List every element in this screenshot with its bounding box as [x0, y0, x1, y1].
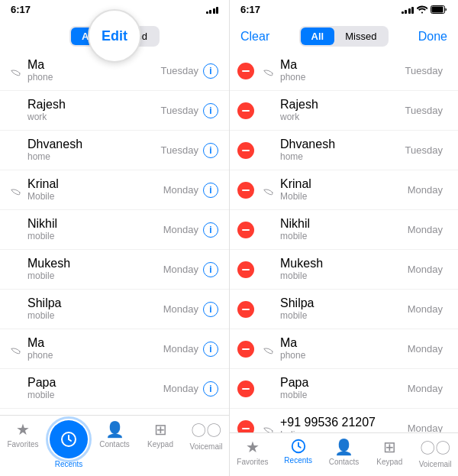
call-type-right-mukesh: mobile — [280, 270, 408, 283]
delete-btn-india[interactable] — [237, 420, 254, 433]
phone-icon-ma-2 — [8, 342, 23, 357]
call-day-krinal: Monday — [163, 184, 198, 196]
phone-icon-right-nikhil — [260, 222, 276, 238]
tab-voicemail-left[interactable]: 〇〇 Voicemail — [183, 420, 229, 468]
delete-btn-mukesh[interactable] — [237, 261, 254, 278]
phone-icon-dhvanesh — [8, 143, 23, 158]
call-name-right-papa: Papa — [280, 375, 408, 390]
delete-btn-nikhil[interactable] — [237, 222, 254, 238]
status-bar-right: 6:17 — [230, 0, 458, 17]
keypad-icon-right: ⊞ — [383, 438, 396, 456]
phone-icon-right-dhvanesh — [260, 143, 276, 158]
call-item-right-shilpa: Shilpa mobile Monday — [230, 290, 458, 329]
call-name-right-india: +91 99536 21207 — [280, 415, 408, 429]
call-item-rajesh: Rajesh work Tuesday i — [0, 91, 229, 131]
call-name-right-ma-2: Ma — [280, 335, 408, 350]
call-item-right-krinal: Krinal Mobile Monday — [230, 170, 458, 210]
call-item-right-ma-2: Ma phone Monday — [230, 329, 458, 369]
info-btn-rajesh[interactable]: i — [203, 103, 218, 118]
info-btn-papa[interactable]: i — [203, 381, 218, 397]
info-btn-mukesh[interactable]: i — [203, 262, 218, 277]
contacts-icon-left: 👤 — [105, 420, 124, 439]
phone-icon-krinal — [8, 183, 23, 198]
call-name-ma-2: Ma — [27, 335, 163, 350]
status-time-left: 6:17 — [11, 4, 31, 15]
phone-icon-nikhil — [8, 222, 23, 238]
call-type-right-shilpa: mobile — [280, 310, 408, 322]
call-info-nikhil: Nikhil mobile — [27, 216, 163, 243]
edit-circle[interactable]: Edit — [88, 9, 141, 63]
done-button[interactable]: Done — [418, 30, 447, 44]
call-day-right-ma-2: Monday — [408, 343, 443, 355]
call-item-shilpa: Shilpa mobile Monday i — [0, 290, 229, 329]
tab-bar-right: ★ Favorites Recents 👤 Contacts ⊞ Keypad … — [230, 432, 458, 476]
tab-favorites-right[interactable]: ★ Favorites — [230, 438, 276, 468]
tab-contacts-left[interactable]: 👤 Contacts — [92, 420, 137, 468]
delete-btn-rajesh[interactable] — [237, 102, 254, 119]
call-list-left: Ma phone Tuesday i Rajesh work Tuesday i… — [0, 51, 229, 415]
call-type-right-nikhil: mobile — [280, 231, 408, 243]
info-btn-shilpa[interactable]: i — [203, 302, 218, 317]
voicemail-label-left: Voicemail — [190, 442, 223, 451]
call-day-right-india: Monday — [408, 423, 443, 432]
call-info-right-rajesh: Rajesh work — [280, 97, 405, 124]
call-type-ma-1: phone — [27, 72, 161, 84]
tab-keypad-left[interactable]: ⊞ Keypad — [137, 420, 183, 468]
phone-icon-rajesh — [8, 103, 23, 118]
call-info-right-papa: Papa mobile — [280, 375, 408, 402]
tab-contacts-right[interactable]: 👤 Contacts — [321, 438, 367, 468]
call-type-papa: mobile — [27, 390, 163, 402]
signal-icon-right — [402, 5, 414, 14]
delete-btn-papa[interactable] — [237, 380, 254, 397]
keypad-label-left: Keypad — [147, 440, 173, 448]
tab-voicemail-right[interactable]: 〇〇 Voicemail — [412, 438, 458, 468]
clock-icon-right — [290, 438, 307, 455]
contacts-label-right: Contacts — [329, 458, 359, 466]
delete-btn-dhvanesh[interactable] — [237, 142, 254, 159]
call-type-nikhil: mobile — [27, 231, 163, 243]
call-name-right-shilpa: Shilpa — [280, 296, 408, 310]
call-name-right-nikhil: Nikhil — [280, 216, 408, 231]
call-name-right-krinal: Krinal — [280, 176, 408, 191]
call-day-right-nikhil: Monday — [408, 224, 443, 235]
call-name-mukesh: Mukesh — [27, 256, 163, 270]
call-day-right-papa: Monday — [408, 383, 443, 394]
info-btn-dhvanesh[interactable]: i — [203, 143, 218, 158]
info-btn-nikhil[interactable]: i — [203, 222, 218, 238]
call-type-right-papa: mobile — [280, 390, 408, 402]
segment-control-right: All Missed — [299, 26, 389, 47]
edit-circle-label[interactable]: Edit — [102, 28, 127, 44]
call-info-papa: Papa mobile — [27, 375, 163, 402]
tab-recents-left[interactable]: Recents — [46, 420, 92, 468]
delete-btn-ma-2[interactable] — [237, 341, 254, 358]
info-btn-ma-2[interactable]: i — [203, 342, 218, 357]
call-info-right-krinal: Krinal Mobile — [280, 176, 408, 203]
missed-tab-right[interactable]: Missed — [334, 28, 387, 45]
delete-btn-ma-1[interactable] — [237, 63, 254, 79]
delete-btn-krinal[interactable] — [237, 182, 254, 199]
info-btn-krinal[interactable]: i — [203, 183, 218, 198]
info-btn-ma-1[interactable]: i — [203, 63, 218, 79]
call-type-krinal: Mobile — [27, 191, 163, 203]
left-panel: 6:17 Edit All Missed — [0, 0, 229, 476]
clear-button[interactable]: Clear — [240, 30, 269, 44]
tab-favorites-left[interactable]: ★ Favorites — [0, 420, 46, 468]
call-info-right-mukesh: Mukesh mobile — [280, 256, 408, 283]
call-type-right-dhvanesh: home — [280, 151, 405, 164]
phone-icon-right-ma-2 — [260, 342, 276, 357]
contacts-label-left: Contacts — [99, 440, 129, 448]
phone-icon-mukesh — [8, 262, 23, 277]
tab-recents-right[interactable]: Recents — [276, 438, 321, 468]
call-type-right-ma-2: phone — [280, 350, 408, 362]
favorites-label-left: Favorites — [7, 440, 38, 448]
call-type-right-rajesh: work — [280, 112, 405, 124]
call-type-ma-2: phone — [27, 350, 163, 362]
all-tab-right[interactable]: All — [301, 28, 335, 45]
call-type-right-india: India — [280, 429, 408, 432]
tab-keypad-right[interactable]: ⊞ Keypad — [366, 438, 412, 468]
call-name-right-mukesh: Mukesh — [280, 256, 408, 270]
call-info-right-ma-2: Ma phone — [280, 335, 408, 362]
delete-btn-shilpa[interactable] — [237, 301, 254, 318]
call-item-papa: Papa mobile Monday i — [0, 369, 229, 409]
wifi-icon-right — [417, 5, 427, 14]
